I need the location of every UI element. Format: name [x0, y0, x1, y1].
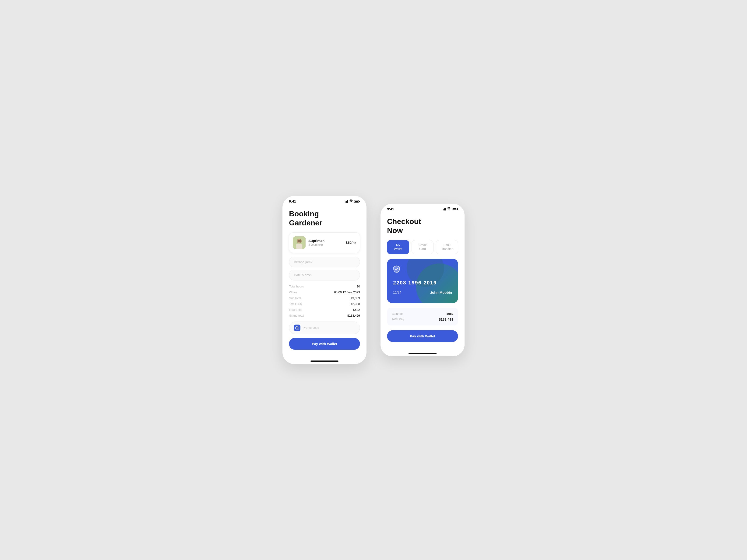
signal-icon: [344, 200, 348, 203]
gardener-details: Supriman 3 years exp: [308, 239, 325, 246]
gardener-rate: $50/hr: [346, 241, 356, 244]
wifi-icon: [349, 199, 353, 203]
wifi-icon-2: [447, 207, 451, 211]
status-bar-1: 9:41: [282, 196, 366, 205]
value-when: 05.00 12 Juni 2023: [334, 291, 360, 294]
label-tax: Tax 114%: [289, 302, 302, 306]
summary-row-tax: Tax 114% $2,388: [289, 302, 360, 306]
label-insurance: Insurance: [289, 308, 302, 312]
label-when: When: [289, 291, 297, 294]
value-subtotal: $9,309: [351, 296, 360, 300]
home-indicator-1: [310, 361, 338, 362]
summary-section: Total hours 20 When 05.00 12 Juni 2023 S…: [289, 285, 360, 317]
card-bottom: 11/24 John Mobbin: [393, 291, 452, 294]
shield-icon: [393, 265, 401, 273]
datetime-input[interactable]: Date & time: [289, 270, 360, 281]
gardener-info: Supriman 3 years exp: [293, 236, 325, 249]
svg-point-6: [297, 328, 298, 328]
tab-credit-card[interactable]: CreditCard: [412, 240, 434, 254]
svg-rect-4: [298, 240, 301, 242]
tab-my-wallet[interactable]: MyWallet: [387, 240, 409, 254]
label-total-hours: Total hours: [289, 285, 304, 288]
gardener-card[interactable]: Supriman 3 years exp $50/hr: [289, 232, 360, 253]
label-subtotal: Sub total: [289, 296, 301, 300]
value-total-hours: 20: [357, 285, 360, 288]
payment-tabs: MyWallet CreditCard BankTransfer: [387, 240, 458, 254]
balance-row-balance: Balance $582: [392, 312, 453, 316]
phone-checkout: 9:41: [381, 204, 465, 356]
phone-booking: 9:41: [282, 196, 366, 364]
screen1-content: Booking Gardener Supriman: [282, 205, 366, 357]
status-time-1: 9:41: [289, 199, 296, 203]
battery-icon-2: [452, 208, 458, 210]
status-time-2: 9:41: [387, 207, 394, 211]
screens-container: 9:41: [282, 196, 465, 364]
card-number: 2208 1996 2019: [393, 280, 452, 286]
balance-section: Balance $582 Total Pay $183,499: [387, 308, 458, 325]
pay-button-1[interactable]: Pay with Wallet: [289, 338, 360, 350]
label-balance: Balance: [392, 312, 403, 316]
status-icons-2: [442, 207, 458, 211]
tab-bank-transfer[interactable]: BankTransfer: [436, 240, 458, 254]
label-grandtotal: Grand total: [289, 314, 304, 317]
signal-icon-2: [442, 208, 446, 211]
gardener-exp: 3 years exp: [308, 243, 325, 246]
promo-field[interactable]: Promo code: [289, 322, 360, 334]
value-grandtotal: $183,499: [347, 314, 360, 317]
wallet-card: 2208 1996 2019 11/24 John Mobbin: [387, 259, 458, 303]
value-tax: $2,388: [351, 302, 360, 306]
checkout-title: Checkout Now: [387, 217, 458, 235]
battery-icon: [354, 200, 360, 203]
home-indicator-2: [409, 353, 437, 354]
screen2-content: Checkout Now MyWallet CreditCard BankTra…: [381, 212, 465, 349]
promo-placeholder: Promo code: [303, 326, 319, 329]
svg-rect-2: [296, 244, 302, 249]
value-insurance: $582: [353, 308, 360, 312]
value-balance: $582: [446, 312, 453, 316]
summary-row-subtotal: Sub total $9,309: [289, 296, 360, 300]
gardener-name: Supriman: [308, 239, 325, 243]
pay-button-2[interactable]: Pay with Wallet: [387, 330, 458, 342]
summary-row-when: When 05.00 12 Juni 2023: [289, 291, 360, 294]
status-icons-1: [344, 199, 360, 203]
hours-input[interactable]: Berapa jam?: [289, 257, 360, 267]
card-name: John Mobbin: [430, 291, 452, 294]
promo-icon: [294, 325, 301, 331]
balance-row-totalpay: Total Pay $183,499: [392, 317, 453, 321]
label-totalpay: Total Pay: [392, 317, 404, 321]
status-bar-2: 9:41: [381, 204, 465, 212]
summary-row-insurance: Insurance $582: [289, 308, 360, 312]
booking-title: Booking Gardener: [289, 209, 360, 227]
summary-row-grandtotal: Grand total $183,499: [289, 314, 360, 317]
gardener-avatar: [293, 236, 306, 249]
card-expiry: 11/24: [393, 291, 401, 294]
summary-row-hours: Total hours 20: [289, 285, 360, 288]
value-totalpay: $183,499: [439, 317, 453, 321]
